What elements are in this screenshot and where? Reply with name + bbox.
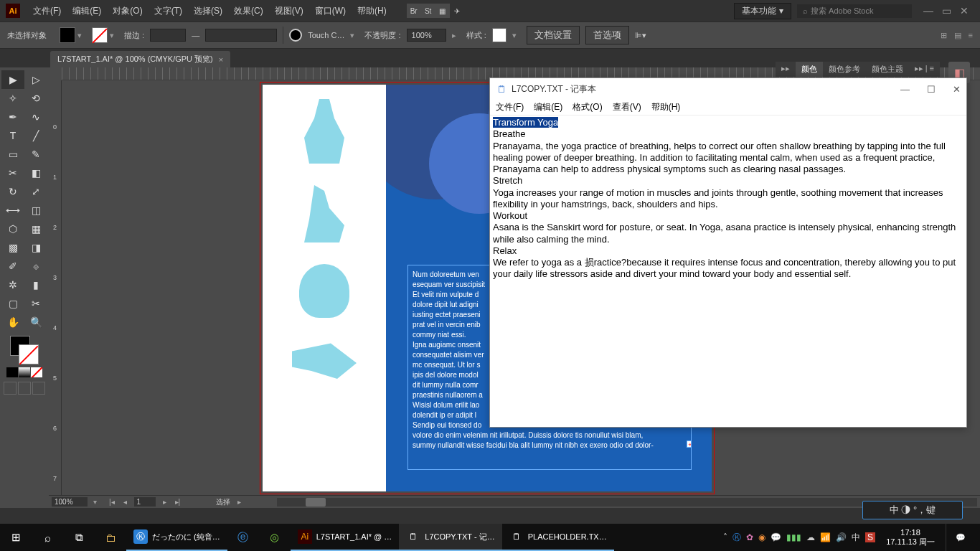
- chevron-down-icon[interactable]: ▾: [350, 31, 359, 40]
- artboard-num-input[interactable]: [134, 497, 156, 507]
- stroke-style-input[interactable]: [205, 29, 277, 42]
- start-button[interactable]: ⊞: [0, 524, 32, 551]
- chevron-down-icon[interactable]: ▾: [110, 31, 118, 40]
- task-view-button[interactable]: ⧉: [63, 524, 95, 551]
- menu-effect[interactable]: 效果(C): [228, 5, 269, 17]
- taskbar-task[interactable]: Ai L7START_1.AI* @ …: [291, 524, 400, 551]
- first-artboard-button[interactable]: |◂: [108, 498, 116, 506]
- notepad-titlebar[interactable]: 🗒 L7COPY.TXT - 记事本 — ☐ ✕: [490, 78, 966, 100]
- align-icon[interactable]: ⊫▾: [635, 31, 646, 40]
- menu-edit[interactable]: 编辑(E): [67, 5, 107, 17]
- curvature-tool[interactable]: ∿: [24, 108, 47, 126]
- taskbar-task[interactable]: Ⓚ だったのに (純音…: [126, 524, 227, 551]
- tray-network-icon[interactable]: ▮▮▮: [786, 532, 801, 542]
- tray-volume-icon[interactable]: 🔊: [836, 532, 847, 542]
- yoga-silhouette-1[interactable]: [299, 99, 349, 164]
- style-swatch[interactable]: [492, 28, 507, 42]
- fill-swatch[interactable]: [60, 27, 75, 43]
- menu-type[interactable]: 文字(T): [149, 5, 188, 17]
- stock-icon[interactable]: St: [421, 4, 435, 18]
- menu-window[interactable]: 窗口(W): [309, 5, 352, 17]
- artboard-tool[interactable]: ▢: [1, 294, 24, 313]
- yoga-silhouette-4[interactable]: [292, 339, 357, 379]
- lasso-tool[interactable]: ⟲: [24, 89, 47, 108]
- type-tool[interactable]: T: [1, 126, 24, 145]
- menu-view[interactable]: 视图(V): [269, 5, 309, 17]
- panel-menu-icon[interactable]: ▸▸ | ≡: [909, 62, 940, 77]
- np-menu-file[interactable]: 文件(F): [496, 101, 524, 113]
- yoga-silhouette-3[interactable]: [299, 264, 349, 318]
- maximize-button[interactable]: ▭: [942, 5, 951, 17]
- blend-tool[interactable]: ⟐: [24, 257, 47, 276]
- stroke-dash[interactable]: —: [192, 31, 199, 39]
- zoom-tool[interactable]: 🔍: [24, 313, 47, 331]
- next-artboard-button[interactable]: ▸: [161, 498, 168, 506]
- maximize-button[interactable]: ☐: [927, 84, 936, 95]
- shaper-tool[interactable]: ✂: [1, 164, 24, 182]
- eraser-tool[interactable]: ◧: [24, 164, 47, 182]
- hand-tool[interactable]: ✋: [1, 313, 24, 331]
- chevron-down-icon[interactable]: ▾: [77, 31, 86, 40]
- browser-icon[interactable]: ◎: [259, 524, 291, 551]
- rectangle-tool[interactable]: ▭: [1, 145, 24, 164]
- taskbar-clock[interactable]: 17:18 17.11.13 周一: [880, 528, 941, 547]
- search-stock-input[interactable]: ⌕ 搜索 Adobe Stock: [797, 4, 912, 18]
- stroke-weight-input[interactable]: [150, 29, 186, 42]
- draw-normal[interactable]: [4, 382, 17, 395]
- document-tab[interactable]: L7START_1.AI* @ 100% (CMYK/GPU 预览) ×: [50, 51, 230, 67]
- chevron-down-icon[interactable]: ▾: [93, 498, 102, 506]
- stroke-swatch-group[interactable]: ▾: [92, 27, 118, 43]
- perspective-tool[interactable]: ▦: [24, 220, 47, 238]
- tray-app-icon[interactable]: Ⓚ: [732, 532, 741, 544]
- tray-ime-icon[interactable]: S: [865, 532, 875, 542]
- fill-stroke-indicator[interactable]: [10, 336, 39, 364]
- taskbar-task[interactable]: 🗒 PLACEHOLDER.TX…: [502, 524, 614, 551]
- ruler-vertical[interactable]: 0 1 2 3 4 5 6 7: [49, 80, 62, 495]
- menu-help[interactable]: 帮助(H): [352, 5, 392, 17]
- np-menu-format[interactable]: 格式(O): [573, 101, 602, 113]
- color-guide-panel-tab[interactable]: 颜色参考: [823, 62, 866, 77]
- color-themes-panel-tab[interactable]: 颜色主题: [866, 62, 909, 77]
- mesh-tool[interactable]: ▩: [1, 238, 24, 257]
- selection-tool[interactable]: ▶: [1, 70, 24, 89]
- tray-ime-lang-icon[interactable]: 中: [852, 532, 860, 544]
- eyedropper-tool[interactable]: ✐: [1, 257, 24, 276]
- opacity-input[interactable]: [407, 29, 446, 42]
- transform-panel-icon[interactable]: ⊞: [941, 31, 947, 40]
- color-mode-none[interactable]: [31, 367, 42, 377]
- paintbrush-tool[interactable]: ✎: [24, 145, 47, 164]
- np-menu-view[interactable]: 查看(V): [613, 101, 641, 113]
- bridge-icon[interactable]: Br: [407, 4, 421, 18]
- close-button[interactable]: ✕: [960, 5, 969, 17]
- tray-chevron-up-icon[interactable]: ˄: [723, 532, 727, 542]
- chevron-right-icon[interactable]: ▸: [452, 31, 461, 40]
- direct-selection-tool[interactable]: ▷: [24, 70, 47, 89]
- fill-swatch-group[interactable]: ▾: [60, 27, 86, 43]
- file-explorer-icon[interactable]: 🗀: [95, 524, 126, 551]
- tray-app-icon[interactable]: ◉: [758, 532, 765, 542]
- search-button[interactable]: ⌕: [32, 524, 63, 551]
- ime-indicator[interactable]: 中 ◑ °，键: [862, 501, 963, 519]
- stroke-swatch[interactable]: [92, 27, 108, 43]
- notepad-textarea[interactable]: Transform Yoga Breathe Pranayama, the yo…: [490, 116, 966, 427]
- menu-select[interactable]: 选择(S): [188, 5, 228, 17]
- menu-object[interactable]: 对象(O): [107, 5, 148, 17]
- stroke-color[interactable]: [19, 344, 39, 364]
- gpu-icon[interactable]: ✈: [450, 4, 464, 18]
- chevron-right-icon[interactable]: ▸: [236, 498, 242, 506]
- menu-icon[interactable]: ≡: [969, 31, 973, 40]
- np-menu-help[interactable]: 帮助(H): [651, 101, 681, 113]
- draw-inside[interactable]: [32, 382, 45, 395]
- expand-panels-icon[interactable]: ▸▸: [776, 62, 796, 77]
- minimize-button[interactable]: —: [900, 84, 910, 95]
- color-mode-gradient[interactable]: [19, 367, 30, 377]
- prev-artboard-button[interactable]: ◂: [122, 498, 128, 506]
- arrange-icon[interactable]: ▦: [435, 4, 450, 18]
- tray-wifi-icon[interactable]: 📶: [820, 532, 831, 542]
- magic-wand-tool[interactable]: ✧: [1, 89, 24, 108]
- line-tool[interactable]: ╱: [24, 126, 47, 145]
- rotate-tool[interactable]: ↻: [1, 182, 24, 201]
- close-tab-icon[interactable]: ×: [219, 55, 223, 64]
- zoom-input[interactable]: [52, 497, 88, 507]
- last-artboard-button[interactable]: ▸|: [174, 498, 182, 506]
